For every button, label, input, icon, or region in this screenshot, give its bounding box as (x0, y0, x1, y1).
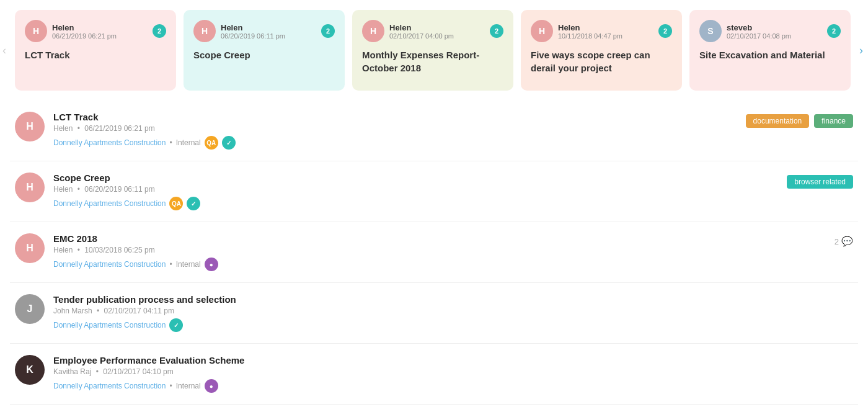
carousel-card-5[interactable]: S steveb 02/10/2017 04:08 pm 2 Site Exca… (689, 10, 851, 91)
comment-icon-3: 💬 (841, 236, 853, 247)
list-internal-label-5: Internal (176, 382, 201, 390)
list-meta-5: Kavitha Raj • 02/10/2017 04:10 pm (53, 367, 844, 376)
list-internal-label-1: Internal (176, 138, 201, 147)
list-pill-check-2: ✓ (187, 197, 200, 210)
card-date-4: 10/11/2018 04:47 pm (558, 32, 653, 40)
list-title-1: LCT Track (53, 112, 737, 122)
list-item-2: H Scope Creep Helen • 06/20/2019 06:11 p… (10, 161, 858, 222)
list-project-link-3[interactable]: Donnelly Apartments Construction (53, 260, 166, 269)
list-pill-qa-1: QA (205, 136, 218, 150)
list-user-1: Helen (53, 124, 73, 133)
card-date-1: 06/21/2019 06:21 pm (52, 32, 148, 40)
list-avatar-5: K (15, 355, 45, 385)
card-title-2: Scope Creep (193, 48, 335, 61)
card-user-name-4: Helen (558, 23, 653, 32)
tag-finance-1[interactable]: finance (814, 114, 853, 128)
list-content-2: Scope Creep Helen • 06/20/2019 06:11 pm … (53, 173, 778, 210)
list-tags-3: Donnelly Apartments Construction • Inter… (53, 258, 826, 271)
card-user-name-2: Helen (221, 23, 316, 32)
list-title-5: Employee Performance Evaluation Scheme (53, 355, 844, 365)
card-user-name-5: steveb (727, 23, 822, 32)
list-section: H LCT Track Helen • 06/21/2019 06:21 pm … (0, 101, 868, 405)
list-meta-4: John Marsh • 02/10/2017 04:11 pm (53, 307, 844, 315)
list-item-4: J Tender publication process and selecti… (10, 283, 858, 344)
list-tags-2: Donnelly Apartments Construction QA ✓ (53, 197, 778, 210)
card-user-name-1: Helen (52, 23, 148, 32)
card-badge-3: 2 (490, 24, 503, 38)
card-date-2: 06/20/2019 06:11 pm (221, 32, 316, 40)
list-tags-5: Donnelly Apartments Construction • Inter… (53, 379, 844, 393)
list-tags-4: Donnelly Apartments Construction ✓ (53, 318, 844, 332)
list-title-2: Scope Creep (53, 173, 778, 183)
carousel-card-1[interactable]: H Helen 06/21/2019 06:21 pm 2 LCT Track (15, 10, 176, 91)
card-user-name-3: Helen (389, 23, 485, 32)
list-right-1: documentation finance (746, 112, 853, 128)
list-pill-qa-2: QA (169, 197, 183, 210)
card-user-info-3: Helen 02/10/2017 04:00 pm (389, 23, 485, 40)
card-avatar-3: H (362, 20, 384, 42)
list-avatar-4: J (15, 294, 45, 324)
card-user-info-2: Helen 06/20/2019 06:11 pm (221, 23, 316, 40)
card-badge-5: 2 (827, 24, 841, 38)
card-user-info-1: Helen 06/21/2019 06:21 pm (52, 23, 148, 40)
list-user-2: Helen (53, 185, 73, 194)
list-project-link-2[interactable]: Donnelly Apartments Construction (53, 199, 166, 208)
list-content-4: Tender publication process and selection… (53, 294, 844, 332)
list-content-1: LCT Track Helen • 06/21/2019 06:21 pm Do… (53, 112, 737, 150)
carousel-section: ‹ H Helen 06/21/2019 06:21 pm 2 LCT Trac… (0, 0, 868, 101)
list-date-5: 02/10/2017 04:10 pm (103, 367, 173, 376)
list-avatar-1: H (15, 112, 45, 141)
card-avatar-1: H (25, 20, 47, 42)
list-project-link-4[interactable]: Donnelly Apartments Construction (53, 321, 166, 330)
list-date-2: 06/20/2019 06:11 pm (84, 185, 154, 194)
list-pill-check-1: ✓ (222, 136, 236, 150)
card-date-3: 02/10/2017 04:00 pm (389, 32, 485, 40)
tag-browser-2[interactable]: browser related (787, 175, 853, 189)
card-avatar-2: H (193, 20, 216, 42)
list-item-1: H LCT Track Helen • 06/21/2019 06:21 pm … (10, 101, 858, 161)
list-right-3: 2 💬 (835, 233, 853, 247)
list-pill-check-4: ✓ (169, 318, 183, 332)
card-avatar-4: H (531, 20, 553, 42)
list-pill-purple-3: ● (205, 258, 218, 271)
carousel-card-2[interactable]: H Helen 06/20/2019 06:11 pm 2 Scope Cree… (184, 10, 345, 91)
comment-number-3: 2 (835, 237, 839, 246)
list-date-3: 10/03/2018 06:25 pm (84, 246, 154, 254)
card-user-info-5: steveb 02/10/2017 04:08 pm (727, 23, 822, 40)
carousel-next-button[interactable]: › (859, 44, 863, 57)
carousel-container: ‹ H Helen 06/21/2019 06:21 pm 2 LCT Trac… (0, 0, 868, 101)
list-project-link-1[interactable]: Donnelly Apartments Construction (53, 138, 166, 147)
list-date-4: 02/10/2017 04:11 pm (104, 307, 174, 315)
comment-count-3: 2 💬 (835, 236, 853, 247)
carousel-card-3[interactable]: H Helen 02/10/2017 04:00 pm 2 Monthly Ex… (352, 10, 513, 91)
list-title-4: Tender publication process and selection (53, 294, 844, 305)
list-meta-3: Helen • 10/03/2018 06:25 pm (53, 246, 826, 254)
list-pill-purple-5: ● (205, 379, 218, 393)
carousel-card-4[interactable]: H Helen 10/11/2018 04:47 pm 2 Five ways … (521, 10, 682, 91)
card-badge-1: 2 (153, 24, 166, 38)
list-content-5: Employee Performance Evaluation Scheme K… (53, 355, 844, 393)
list-meta-2: Helen • 06/20/2019 06:11 pm (53, 185, 778, 194)
list-avatar-3: H (15, 233, 45, 263)
list-user-5: Kavitha Raj (53, 367, 91, 376)
list-content-3: EMC 2018 Helen • 10/03/2018 06:25 pm Don… (53, 233, 826, 271)
card-title-3: Monthly Expenses Report- October 2018 (362, 48, 503, 74)
list-right-2: browser related (787, 173, 853, 189)
list-internal-label-3: Internal (176, 260, 201, 269)
list-item-5: K Employee Performance Evaluation Scheme… (10, 344, 858, 405)
list-date-1: 06/21/2019 06:21 pm (84, 124, 154, 133)
card-title-5: Site Excavation and Material (699, 48, 841, 61)
card-avatar-5: S (699, 20, 722, 42)
card-title-4: Five ways scope creep can derail your pr… (531, 48, 672, 74)
tag-documentation-1[interactable]: documentation (746, 114, 810, 128)
list-meta-1: Helen • 06/21/2019 06:21 pm (53, 124, 737, 133)
card-date-5: 02/10/2017 04:08 pm (727, 32, 822, 40)
carousel-prev-button[interactable]: ‹ (2, 44, 6, 57)
list-item-3: H EMC 2018 Helen • 10/03/2018 06:25 pm D… (10, 222, 858, 283)
list-user-3: Helen (53, 246, 73, 254)
card-title-1: LCT Track (25, 48, 166, 61)
card-badge-4: 2 (658, 24, 672, 38)
list-project-link-5[interactable]: Donnelly Apartments Construction (53, 382, 166, 390)
card-user-info-4: Helen 10/11/2018 04:47 pm (558, 23, 653, 40)
list-avatar-2: H (15, 173, 45, 202)
